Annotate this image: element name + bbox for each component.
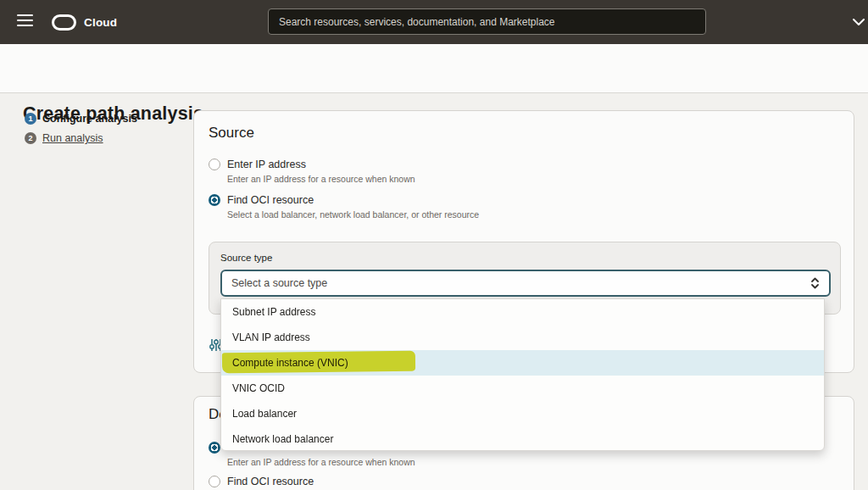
radio-description: Enter an IP address for a resource when … (227, 457, 839, 467)
source-option-find-resource[interactable]: Find OCI resource Select a load balancer… (209, 194, 839, 220)
radio-description: Select a load balancer, network load bal… (227, 209, 839, 220)
step-label: Configure analysis (42, 113, 137, 125)
radio-button[interactable] (209, 476, 220, 487)
radio-description: Enter an IP address for a resource when … (227, 174, 839, 184)
dropdown-option-compute-instance-vnic[interactable]: Compute instance (VNIC) (221, 350, 824, 376)
brand-label: Cloud (84, 16, 117, 29)
radio-label: Find OCI resource (227, 476, 314, 487)
dropdown-option-load-balancer[interactable]: Load balancer (221, 401, 824, 426)
radio-label: Enter IP address (227, 159, 306, 170)
source-type-dropdown-menu: Subnet IP address VLAN IP address Comput… (220, 298, 825, 451)
step-item-configure-analysis[interactable]: 1 Configure analysis (25, 113, 137, 125)
source-type-field-label: Source type (220, 253, 829, 263)
dropdown-option-vlan-ip[interactable]: VLAN IP address (221, 325, 824, 350)
dropdown-option-label: Compute instance (VNIC) (232, 357, 348, 369)
step-number-badge: 2 (25, 132, 36, 144)
hamburger-menu-icon[interactable] (17, 14, 33, 28)
chevron-down-icon[interactable] (853, 19, 865, 26)
source-option-enter-ip[interactable]: Enter IP address Enter an IP address for… (209, 159, 839, 184)
dropdown-option-network-load-balancer[interactable]: Network load balancer (221, 426, 824, 451)
oracle-logo-icon (52, 14, 76, 31)
title-bar: Create path analysis (0, 44, 868, 93)
step-number-badge: 1 (25, 113, 36, 125)
global-search-input[interactable] (268, 8, 706, 35)
source-section-title: Source (209, 125, 839, 142)
source-type-select[interactable]: Select a source type (220, 270, 831, 297)
wizard-steps: 1 Configure analysis 2 Run analysis (25, 113, 137, 152)
dropdown-option-vnic-ocid[interactable]: VNIC OCID (221, 376, 824, 401)
sort-chevrons-icon (810, 276, 820, 290)
select-placeholder-value: Select a source type (231, 277, 327, 289)
destination-option-find-resource[interactable]: Find OCI resource (209, 476, 839, 487)
step-label: Run analysis (42, 132, 103, 144)
dropdown-option-subnet-ip[interactable]: Subnet IP address (221, 299, 824, 325)
step-item-run-analysis[interactable]: 2 Run analysis (25, 132, 137, 144)
radio-button[interactable] (209, 159, 220, 170)
radio-label: Find OCI resource (227, 194, 314, 206)
oci-console-screen: Cloud Create path analysis 1 Configure a… (0, 0, 868, 490)
radio-button[interactable] (209, 442, 220, 454)
radio-button[interactable] (209, 194, 220, 206)
topbar: Cloud (0, 0, 868, 44)
